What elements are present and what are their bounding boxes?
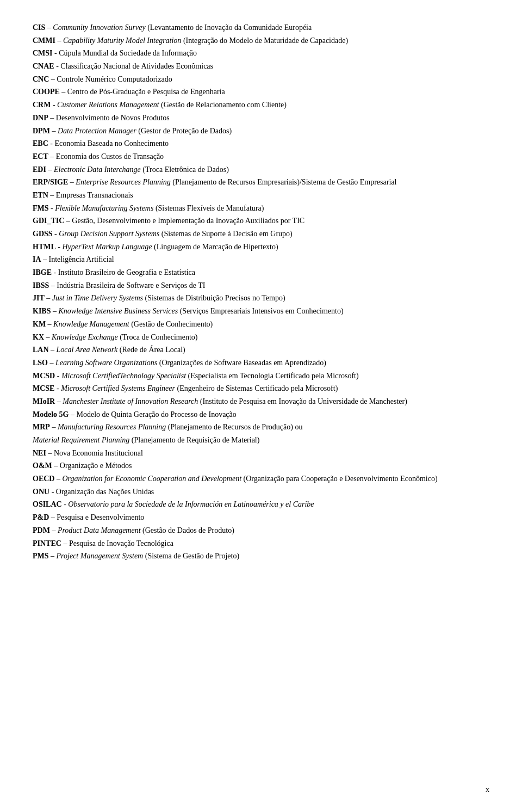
list-item: MIoIR – Manchester Institute of Innovati… <box>33 396 489 408</box>
list-item: ETN – Empresas Transnacionais <box>33 189 489 201</box>
list-item: CNAE - Classificação Nacional de Ativida… <box>33 60 489 72</box>
page-number: x <box>486 784 489 796</box>
list-item: MCSE - Microsoft Certified Systems Engin… <box>33 383 489 395</box>
list-item: NEI – Nova Economia Institucional <box>33 447 489 459</box>
list-item: P&D – Pesquisa e Desenvolvimento <box>33 512 489 524</box>
list-item: CNC – Controle Numérico Computadorizado <box>33 73 489 85</box>
list-item: JIT – Just in Time Delivery Systems (Sis… <box>33 292 489 304</box>
list-item: OSILAC - Observatorio para la Sociedade … <box>33 499 489 510</box>
list-item: PMS – Project Management System (Sistema… <box>33 550 489 562</box>
list-item: MRP – Manufacturing Resources Planning (… <box>33 421 489 433</box>
list-item: LSO – Learning Software Organizations (O… <box>33 357 489 369</box>
list-item: CMMI – Capability Maturity Model Integra… <box>33 35 489 47</box>
list-item: ERP/SIGE – Enterprise Resources Planning… <box>33 176 489 188</box>
list-item: IBSS – Indústria Brasileira de Software … <box>33 280 489 292</box>
list-item: COOPE – Centro de Pós-Graduação e Pesqui… <box>33 86 489 98</box>
list-item: MCSD - Microsoft CertifiedTechnology Spe… <box>33 370 489 382</box>
list-item: Modelo 5G – Modelo de Quinta Geração do … <box>33 409 489 421</box>
list-item: KX – Knowledge Exchange (Troca de Conhec… <box>33 331 489 343</box>
list-item: DNP – Desenvolvimento de Novos Produtos <box>33 112 489 124</box>
list-item: DPM – Data Protection Manager (Gestor de… <box>33 125 489 137</box>
list-item: CRM - Customer Relations Management (Ges… <box>33 99 489 111</box>
list-item: PDM – Product Data Management (Gestão de… <box>33 525 489 537</box>
list-item: GDI_TIC – Gestão, Desenvolvimento e Impl… <box>33 215 489 227</box>
list-item: IA – Inteligência Artificial <box>33 254 489 266</box>
list-item: OECD – Organization for Economic Coopera… <box>33 473 489 485</box>
list-item: KIBS – Knowledge Intensive Business Serv… <box>33 305 489 317</box>
list-item: EBC - Economia Baseada no Conhecimento <box>33 138 489 150</box>
list-item: FMS - Flexible Manufacturing Systems (Si… <box>33 202 489 214</box>
list-item: GDSS - Group Decision Support Systems (S… <box>33 228 489 240</box>
list-item: Material Requirement Planning (Planejame… <box>33 434 489 446</box>
list-item: ECT – Economia dos Custos de Transação <box>33 151 489 163</box>
list-item: EDI – Electronic Data Interchange (Troca… <box>33 164 489 176</box>
list-item: LAN – Local Area Network (Rede de Área L… <box>33 344 489 356</box>
list-item: KM – Knowledge Management (Gestão de Con… <box>33 318 489 330</box>
glossary-content: CIS – Community Innovation Survey (Levan… <box>33 22 489 562</box>
list-item: O&M – Organização e Métodos <box>33 460 489 472</box>
list-item: HTML - HyperText Markup Language (Lingua… <box>33 241 489 253</box>
list-item: PINTEC – Pesquisa de Inovação Tecnológic… <box>33 538 489 550</box>
list-item: IBGE - Instituto Brasileiro de Geografia… <box>33 267 489 279</box>
list-item: CIS – Community Innovation Survey (Levan… <box>33 22 489 34</box>
list-item: CMSI - Cúpula Mundial da Sociedade da In… <box>33 47 489 59</box>
list-item: ONU - Organização das Nações Unidas <box>33 486 489 498</box>
